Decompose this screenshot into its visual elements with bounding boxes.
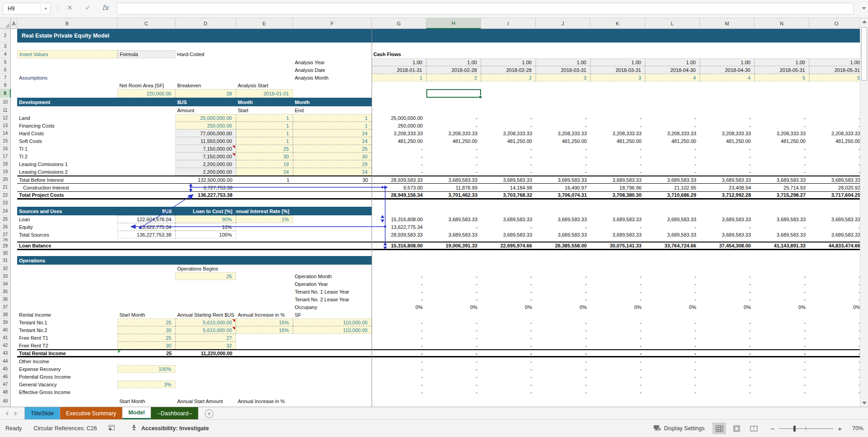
cell-F12[interactable]: 1 [293,114,372,122]
cell-M26[interactable]: - [700,223,755,231]
status-accessibility[interactable]: Accessibility: Investigate [141,425,208,432]
cell-K5[interactable]: 1.00 [590,58,645,66]
row-header-9[interactable]: 9 [0,89,11,98]
cell-N46[interactable]: - [755,373,809,380]
row-header-2[interactable]: 2 [0,29,11,43]
row-header-27[interactable]: 27 [0,231,11,238]
column-header-H[interactable]: H [426,18,481,29]
cell-B2[interactable]: Real Estate Private Equity Model [17,29,860,43]
row-header-17[interactable]: 17 [0,152,11,160]
cell-F19[interactable]: 24 [293,168,372,176]
row-header-12[interactable]: 12 [0,114,11,122]
cell-L34[interactable]: - [645,280,700,288]
cell-F37[interactable]: Occupany [293,303,372,311]
cell-G39[interactable]: - [372,318,426,326]
cell-L15[interactable]: 481,250.00 [645,137,700,145]
cell-D27[interactable]: 100% [175,231,236,238]
macro-record-icon[interactable] [108,425,115,432]
cell-C49[interactable]: Start Month [118,396,175,407]
cell-E24[interactable]: Annual Interest Rate [%] [236,207,293,215]
cell-M40[interactable]: - [700,326,755,334]
cell-M33[interactable]: - [700,272,755,280]
cell-M47[interactable]: - [700,380,755,388]
column-header-D[interactable]: D [175,18,236,29]
cell-I7[interactable]: 2 [481,74,536,81]
cell-K17[interactable]: - [590,152,645,160]
cell-D19[interactable]: 2,200,000.00 [175,168,236,176]
cell-K37[interactable]: 0% [590,303,645,311]
cell-I41[interactable]: - [481,334,536,342]
cell-I19[interactable]: - [481,168,536,176]
cell-O15[interactable]: 481,250.00 [809,137,860,145]
cell-L44[interactable]: - [645,357,700,365]
cell-D25[interactable]: 90% [175,215,236,223]
cell-E13[interactable]: 1 [236,122,293,129]
cell-C10[interactable] [118,98,175,106]
cell-C40[interactable]: 30 [118,326,175,334]
row-header-8[interactable]: 8 [0,81,11,89]
cell-H45[interactable]: - [426,365,481,373]
cell-O35[interactable]: - [809,288,860,295]
cell-H41[interactable]: - [426,334,481,342]
cell-M39[interactable]: - [700,318,755,326]
cell-J46[interactable]: - [536,373,590,380]
cell-M13[interactable]: - [700,122,755,129]
cell-G13[interactable]: 250,000.00 [372,122,426,129]
cell-J47[interactable]: - [536,380,590,388]
cell-I45[interactable]: - [481,365,536,373]
cell-N45[interactable]: - [755,365,809,373]
cell-M16[interactable]: - [700,145,755,152]
row-header-33[interactable]: 33 [0,272,11,280]
cell-G12[interactable]: 25,000,000.00 [372,114,426,122]
cell-B45[interactable]: Expense Recovery [17,365,118,373]
cell-D39[interactable]: 5,610,000.00 [175,318,236,326]
name-box[interactable]: H9 ▾ [3,3,51,14]
cell-G6[interactable]: 2018-01-31 [372,66,426,74]
sheet-tab-executive-summary[interactable]: Executive Summary [60,407,123,419]
cell-J27[interactable]: 3,689,583.33 [536,231,590,238]
cell-I13[interactable]: - [481,122,536,129]
row-header-5[interactable]: 5 [0,58,11,66]
cell-I12[interactable]: - [481,114,536,122]
cell-D24[interactable]: Loan to Cost [%] [175,207,236,215]
cell-G37[interactable]: 0% [372,303,426,311]
cell-M14[interactable]: 3,208,333.33 [700,129,755,137]
cell-B12[interactable]: Land [17,114,118,122]
cell-D16[interactable]: 7,150,000.00 [175,145,236,152]
cell-F20[interactable]: 30 [293,176,372,183]
cell-B24[interactable]: Sources and Uses [17,207,118,215]
name-box-dropdown-icon[interactable]: ▾ [41,6,50,11]
cell-J12[interactable]: - [536,114,590,122]
cell-N41[interactable]: - [755,334,809,342]
cell-O41[interactable]: - [809,334,860,342]
cell-N17[interactable]: - [755,152,809,160]
cell-F13[interactable]: 1 [293,122,372,129]
cell-D49[interactable]: Annual Start Amount [175,396,236,407]
cell-I27[interactable]: 3,689,583.33 [481,231,536,238]
cell-G22[interactable]: 28,949,156.34 [372,192,426,198]
cell-E16[interactable]: 25 [236,145,293,152]
cell-H15[interactable]: 481,250.00 [426,137,481,145]
page-layout-view-button[interactable] [730,423,743,434]
cell-C41[interactable]: 25 [118,334,175,342]
cell-J25[interactable]: 3,689,583.33 [536,215,590,223]
cell-H27[interactable]: 3,689,583.33 [426,231,481,238]
cell-L39[interactable]: - [645,318,700,326]
cell-D17[interactable]: 7,150,000.00 [175,152,236,160]
cell-D41[interactable]: 27 [175,334,236,342]
cell-F5[interactable]: Analysis Year [293,58,372,66]
cell-L19[interactable]: - [645,168,700,176]
cell-L6[interactable]: 2018-04-30 [645,66,700,74]
cell-M15[interactable]: 481,250.00 [700,137,755,145]
cell-G36[interactable]: - [372,295,426,303]
cell-M12[interactable]: - [700,114,755,122]
cell-J44[interactable]: - [536,357,590,365]
cell-E15[interactable]: 1 [236,137,293,145]
cell-C31[interactable] [118,256,175,265]
cell-O37[interactable]: 0% [809,303,860,311]
cell-D20[interactable]: 132,500,000.00 [175,176,236,183]
cell-F6[interactable]: Analysis Date [293,66,372,74]
cell-N26[interactable]: - [755,223,809,231]
cell-C26[interactable]: 13,622,775.34 [118,223,175,231]
column-header-O[interactable]: O [809,18,864,29]
